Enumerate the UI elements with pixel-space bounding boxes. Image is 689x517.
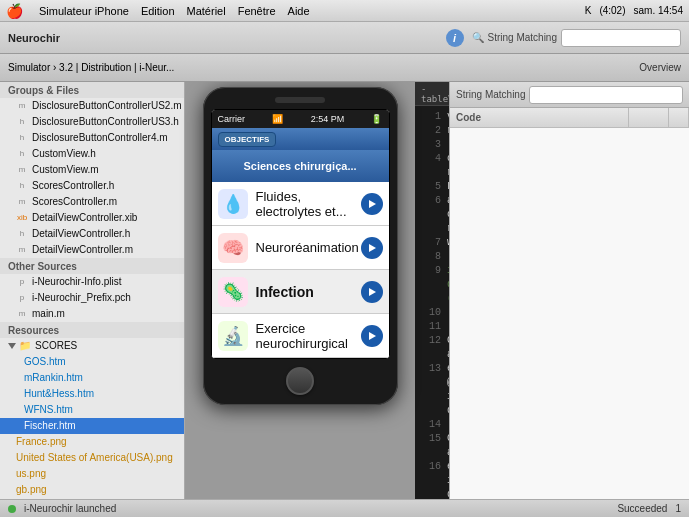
info-button[interactable]: i bbox=[446, 29, 464, 47]
iphone-screen[interactable]: Carrier 📶 2:54 PM 🔋 OBJECTIFS Sciences c… bbox=[211, 109, 390, 359]
phone-time: 2:54 PM bbox=[311, 114, 345, 124]
iphone-home-area bbox=[211, 367, 390, 395]
code-line-5: 5 Lines:10]; bbox=[421, 180, 443, 194]
code-line-9: 9 iew didSelectRowAtIndexPath:(NSIndexPa… bbox=[421, 264, 443, 306]
sidebar: Groups & Files m DisclosureButtonControl… bbox=[0, 82, 185, 499]
m-file-icon2: m bbox=[16, 164, 28, 176]
sidebar-item-scores-folder[interactable]: 📁 SCORES bbox=[0, 338, 184, 354]
col-header-xs bbox=[669, 108, 689, 127]
sidebar-item-main[interactable]: m main.m bbox=[0, 306, 184, 322]
phone-item-text-0: Fluides, electrolytes et... bbox=[256, 189, 361, 219]
apple-logo-icon[interactable]: 🍎 bbox=[6, 3, 23, 19]
phone-list-item-3[interactable]: 🔬 Exercice neurochirurgical bbox=[212, 314, 389, 358]
groups-files-header: Groups & Files bbox=[0, 82, 184, 98]
code-line-6: 6 ay objectAtIndex:indexPath.row] retain… bbox=[421, 194, 443, 236]
search-wrapper: String Matching bbox=[450, 82, 689, 108]
string-search-input[interactable] bbox=[529, 86, 683, 104]
sidebar-item-gb[interactable]: gb.png bbox=[0, 482, 184, 498]
phone-item-icon-3: 🔬 bbox=[218, 321, 248, 351]
phone-list: 💧 Fluides, electrolytes et... 🧠 Neuroréa… bbox=[212, 182, 389, 358]
code-line-13: 13 eName: @"Hunt&Hess"];// initie avec l… bbox=[421, 362, 443, 418]
other-sources-header: Other Sources bbox=[0, 258, 184, 274]
sidebar-item-gos[interactable]: GOS.htm bbox=[0, 354, 184, 370]
h-file-icon3: h bbox=[16, 148, 28, 160]
search-input[interactable] bbox=[561, 29, 681, 47]
sidebar-item-mrankin[interactable]: mRankin.htm bbox=[0, 370, 184, 386]
menubar-time: (4:02) bbox=[599, 5, 625, 16]
resources-header: Resources bbox=[0, 322, 184, 338]
sidebar-item-scoresm[interactable]: m ScoresController.m bbox=[0, 194, 184, 210]
sidebar-item-detailh[interactable]: h DetailViewController.h bbox=[0, 226, 184, 242]
phone-item-icon-0: 💧 bbox=[218, 189, 248, 219]
phone-tab-bar: OBJECTIFS bbox=[212, 128, 389, 150]
breadcrumb-toolbar: Simulator › 3.2 | Distribution | i-Neur.… bbox=[0, 54, 689, 82]
simulator-area: Carrier 📶 2:54 PM 🔋 OBJECTIFS Sciences c… bbox=[185, 82, 415, 499]
code-line-2: 2 roughfare"; bbox=[421, 124, 443, 138]
sidebar-item-detailxib[interactable]: xib DetailViewController.xib bbox=[0, 210, 184, 226]
folder-triangle-icon bbox=[8, 343, 16, 349]
search-results[interactable] bbox=[450, 128, 689, 499]
materiel-menu-item[interactable]: Matériel bbox=[187, 5, 226, 17]
disclosure-chevron-0 bbox=[361, 193, 383, 215]
objectifs-tab[interactable]: OBJECTIFS bbox=[218, 132, 277, 147]
code-line-1: 1 value; bbox=[421, 110, 443, 124]
sidebar-item-scores[interactable]: h ScoresController.h bbox=[0, 178, 184, 194]
succeeded-count: 1 bbox=[675, 503, 681, 514]
disclosure-chevron-2 bbox=[361, 281, 383, 303]
content-area: Groups & Files m DisclosureButtonControl… bbox=[0, 82, 689, 499]
phone-status-bar: Carrier 📶 2:54 PM 🔋 bbox=[212, 110, 389, 128]
edition-menu-item[interactable]: Edition bbox=[141, 5, 175, 17]
code-line-15: 15 Controller alloc] bbox=[421, 432, 443, 460]
sidebar-item-wfns[interactable]: WFNS.htm bbox=[0, 402, 184, 418]
sidebar-item-disclosure3[interactable]: h DisclosureButtonController4.m bbox=[0, 130, 184, 146]
phone-list-item-0[interactable]: 💧 Fluides, electrolytes et... bbox=[212, 182, 389, 226]
neurochir-status: i-Neurochir launched bbox=[24, 503, 116, 514]
iphone-home-button[interactable] bbox=[286, 367, 314, 395]
code-content[interactable]: 1 value; 2 roughfare"; 3 4 objectAtIndex… bbox=[415, 106, 449, 499]
string-matching-label: String Matching bbox=[456, 89, 525, 100]
phone-list-item-1[interactable]: 🧠 Neuroréanimation bbox=[212, 226, 389, 270]
phone-nav-bar: Sciences chirurgiça... bbox=[212, 150, 389, 182]
sidebar-item-fischer[interactable]: Fischer.htm bbox=[0, 418, 184, 434]
m-file-icon: m bbox=[16, 100, 28, 112]
app-title: Neurochir bbox=[8, 32, 60, 44]
sidebar-item-plist[interactable]: p i-Neurochir-Info.plist bbox=[0, 274, 184, 290]
fenetre-menu-item[interactable]: Fenêtre bbox=[238, 5, 276, 17]
main-window: Neurochir i 🔍 String Matching Simulator … bbox=[0, 22, 689, 517]
sidebar-item-customview[interactable]: h CustomView.h bbox=[0, 146, 184, 162]
menubar: 🍎 Simulateur iPhone Edition Matériel Fen… bbox=[0, 0, 689, 22]
code-line-16: 16 eName: @"WFNS"];// initie avec le dis… bbox=[421, 460, 443, 499]
sidebar-item-disclosure1[interactable]: m DisclosureButtonControllerUS2.m bbox=[0, 98, 184, 114]
status-bar: i-Neurochir launched Succeeded 1 bbox=[0, 499, 689, 517]
wifi-icon: 📶 bbox=[272, 114, 283, 124]
code-line-4: 4 objectAtIndex:indexPath.row] retain]; bbox=[421, 152, 443, 180]
phone-item-icon-1: 🧠 bbox=[218, 233, 248, 263]
search-icon: 🔍 bbox=[472, 32, 484, 43]
aide-menu-item[interactable]: Aide bbox=[288, 5, 310, 17]
sidebar-item-us[interactable]: us.png bbox=[0, 466, 184, 482]
app-menu-item[interactable]: Simulateur iPhone bbox=[39, 5, 129, 17]
h-file-icon: h bbox=[16, 116, 28, 128]
code-line-10: 10 bbox=[421, 306, 443, 320]
disclosure-chevron-3 bbox=[361, 325, 383, 347]
sidebar-item-hunthess[interactable]: Hunt&Hess.htm bbox=[0, 386, 184, 402]
sidebar-item-customviewm[interactable]: m CustomView.m bbox=[0, 162, 184, 178]
overview-tab[interactable]: Overview bbox=[639, 62, 681, 73]
sidebar-item-disclosure2[interactable]: h DisclosureButtonControllerUS3.h bbox=[0, 114, 184, 130]
succeeded-label: Succeeded bbox=[617, 503, 667, 514]
phone-list-item-2[interactable]: 🦠 Infection bbox=[212, 270, 389, 314]
h-file-icon2: h bbox=[16, 132, 28, 144]
sidebar-item-prefix[interactable]: p i-Neurochir_Prefix.pch bbox=[0, 290, 184, 306]
sidebar-item-usa[interactable]: United States of America(USA).png bbox=[0, 450, 184, 466]
code-line-3: 3 bbox=[421, 138, 443, 152]
status-success-icon bbox=[8, 505, 16, 513]
sidebar-item-france[interactable]: France.png bbox=[0, 434, 184, 450]
main-toolbar: Neurochir i 🔍 String Matching bbox=[0, 22, 689, 54]
menubar-left: 🍎 Simulateur iPhone Edition Matériel Fen… bbox=[6, 3, 310, 19]
carrier-label: Carrier bbox=[218, 114, 246, 124]
disclosure-chevron-1 bbox=[361, 237, 383, 259]
phone-nav-title: Sciences chirurgiça... bbox=[220, 160, 381, 172]
sidebar-item-detailm[interactable]: m DetailViewController.m bbox=[0, 242, 184, 258]
right-panel: String Matching Code bbox=[449, 82, 689, 499]
search-label: String Matching bbox=[488, 32, 557, 43]
